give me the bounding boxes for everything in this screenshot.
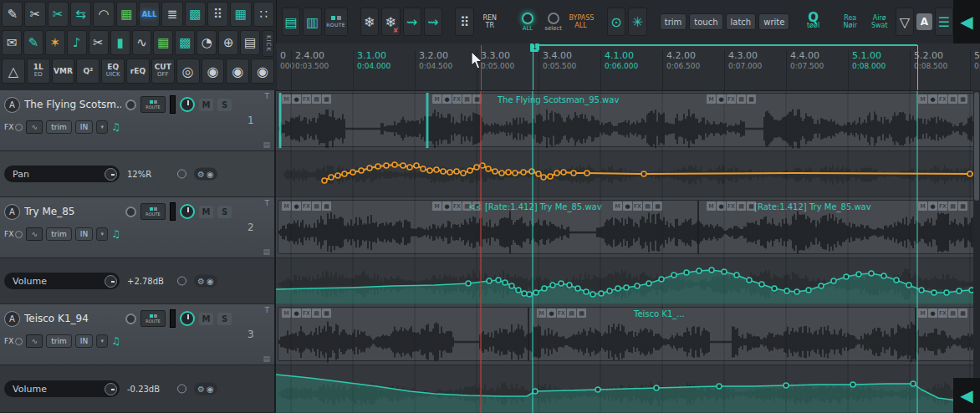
- item-button-strip[interactable]: M●FX▤▦: [918, 308, 967, 318]
- item-mute-button[interactable]: M: [707, 94, 716, 104]
- item-button-strip[interactable]: M●FX▤▦: [282, 308, 331, 318]
- clock-icon[interactable]: ◔: [197, 30, 217, 55]
- item-lock-button[interactable]: ●: [928, 94, 937, 104]
- item-button-strip[interactable]: M●FX▤▦: [918, 94, 967, 104]
- item-notes-button[interactable]: ▤: [948, 308, 957, 318]
- collapse-right-bottom-button[interactable]: ◀: [953, 378, 980, 413]
- bypass-all-button[interactable]: BYPASSALL: [568, 13, 595, 31]
- item-mute-button[interactable]: M: [707, 201, 716, 211]
- grid-dots-icon[interactable]: ⠿: [455, 8, 473, 36]
- panel-icon[interactable]: ▤: [240, 30, 260, 55]
- mute-button[interactable]: M: [199, 313, 213, 325]
- scrollbar-handle[interactable]: [974, 92, 979, 201]
- preset-1l-button[interactable]: 1LED: [27, 59, 50, 84]
- lane-pan-envelope[interactable]: [276, 151, 980, 197]
- envelope-name-pill[interactable]: Volume: [4, 380, 120, 397]
- record-arm-button[interactable]: [125, 206, 136, 217]
- split-icon[interactable]: ✂: [89, 30, 109, 55]
- lane-volume-envelope-1[interactable]: [276, 258, 980, 304]
- track-name[interactable]: Teisco K1_94: [24, 313, 121, 324]
- item-button-strip[interactable]: M●FX▤▦: [613, 201, 662, 211]
- item-fx-button[interactable]: FX: [938, 94, 947, 104]
- item-fx-button[interactable]: FX: [302, 94, 311, 104]
- item-props-button[interactable]: ▦: [322, 308, 331, 318]
- item-mute-button[interactable]: M: [432, 94, 442, 104]
- envelope-arm-icon[interactable]: ◉: [207, 385, 214, 394]
- document-icon[interactable]: ▤: [282, 8, 300, 36]
- freeze-icon[interactable]: ❄: [360, 8, 379, 36]
- item-lock-button[interactable]: ●: [623, 201, 632, 211]
- item-fx-button[interactable]: FX: [302, 308, 311, 318]
- item-button-strip[interactable]: M●FX▤▦: [432, 94, 482, 104]
- item-notes-button[interactable]: ▤: [643, 201, 652, 211]
- molecule-icon[interactable]: ✳: [628, 8, 646, 36]
- item-button-strip[interactable]: M●FX▤▦: [282, 201, 331, 211]
- matrix-teal-icon[interactable]: ▩: [175, 30, 195, 55]
- item-fx-button[interactable]: FX: [302, 201, 311, 211]
- item-lock-button[interactable]: ●: [717, 94, 726, 104]
- a-button[interactable]: A: [916, 13, 932, 30]
- track-icon-badge[interactable]: A: [4, 97, 20, 113]
- item-button-strip[interactable]: M●FX▤▦: [707, 201, 756, 211]
- knob-arc-icon[interactable]: ◠: [93, 2, 114, 27]
- wave-icon[interactable]: ∿: [132, 30, 152, 55]
- trim-button[interactable]: trim: [46, 120, 72, 134]
- item-notes-button[interactable]: ▤: [462, 94, 472, 104]
- envelope-select-button[interactable]: select: [542, 13, 565, 32]
- item-lock-button[interactable]: ●: [928, 308, 937, 318]
- track-pan-knob[interactable]: [180, 97, 195, 112]
- lane-volume-envelope-2[interactable]: [276, 365, 980, 413]
- media-item[interactable]: [528, 307, 916, 361]
- track-name[interactable]: The Flying Scotsm..95: [24, 99, 121, 110]
- item-mute-button[interactable]: M: [918, 201, 927, 211]
- route-button[interactable]: ROUTE: [140, 203, 166, 220]
- solo-button[interactable]: S: [217, 206, 232, 218]
- gear-icon[interactable]: ⚙: [197, 170, 205, 179]
- envelope-arm-icon[interactable]: ◉: [207, 170, 214, 179]
- item-props-button[interactable]: ▦: [322, 94, 331, 104]
- track-panel-3[interactable]: ATeisco K1_94ROUTEMSFX∿trimIN▾♫T3▤: [0, 304, 274, 365]
- item-notes-button[interactable]: ▤: [948, 201, 957, 211]
- fx-power-icon[interactable]: [15, 338, 23, 345]
- envelope-icon[interactable]: ✉: [2, 30, 22, 55]
- automation-write-button[interactable]: write: [758, 13, 789, 30]
- knob-c-icon[interactable]: ◉: [251, 59, 274, 84]
- knob-a-icon[interactable]: ◉: [202, 59, 225, 84]
- input-dropdown[interactable]: ▾: [96, 120, 108, 134]
- envelope-knob[interactable]: [105, 275, 117, 288]
- item-mute-button[interactable]: M: [918, 94, 927, 104]
- kick-tag[interactable]: KICK: [262, 30, 274, 57]
- solo-button[interactable]: S: [217, 313, 232, 325]
- preset-equick-button[interactable]: EQUICK: [101, 59, 125, 84]
- mute-button[interactable]: M: [199, 99, 213, 111]
- track-panel-2[interactable]: ATry Me_85ROUTEMSFX∿trimIN▾♫T2▤: [0, 197, 274, 258]
- trim-button[interactable]: trim: [46, 334, 72, 348]
- item-props-button[interactable]: ▦: [958, 94, 967, 104]
- item-props-button[interactable]: ▦: [747, 94, 756, 104]
- item-props-button[interactable]: ▦: [653, 201, 662, 211]
- scissors-icon[interactable]: ✂: [24, 2, 45, 27]
- route-button[interactable]: ROUTE: [140, 96, 166, 113]
- folder-icon[interactable]: ▤: [263, 140, 270, 149]
- item-lock-button[interactable]: ●: [292, 201, 301, 211]
- lines-icon[interactable]: ≣: [161, 2, 182, 27]
- item-button-strip[interactable]: M●FX▤▦: [282, 94, 331, 104]
- item-fx-button[interactable]: FX: [727, 94, 736, 104]
- mute-button[interactable]: M: [199, 206, 213, 218]
- item-notes-button[interactable]: ▤: [312, 201, 321, 211]
- item-mute-button[interactable]: M: [918, 308, 927, 318]
- item-lock-button[interactable]: ●: [547, 308, 556, 318]
- draw-icon[interactable]: ✎: [23, 30, 43, 55]
- add-icon[interactable]: ⊕: [218, 30, 238, 55]
- item-lock-button[interactable]: ●: [292, 94, 301, 104]
- airo-swat-button[interactable]: AirøSwat: [866, 13, 893, 31]
- envelope-panel-pan-0[interactable]: Pan12%R⚙◉: [0, 151, 274, 197]
- block-icon[interactable]: ▮: [110, 30, 130, 55]
- solo-button[interactable]: S: [217, 99, 232, 111]
- input-dropdown[interactable]: ▾: [96, 227, 108, 241]
- grid-teal-icon[interactable]: ▩: [185, 2, 206, 27]
- automation-trim-button[interactable]: trim: [660, 13, 687, 30]
- input-button[interactable]: IN: [75, 227, 93, 241]
- automation-touch-button[interactable]: touch: [689, 13, 722, 30]
- preset-q2-button[interactable]: Q²: [76, 59, 100, 84]
